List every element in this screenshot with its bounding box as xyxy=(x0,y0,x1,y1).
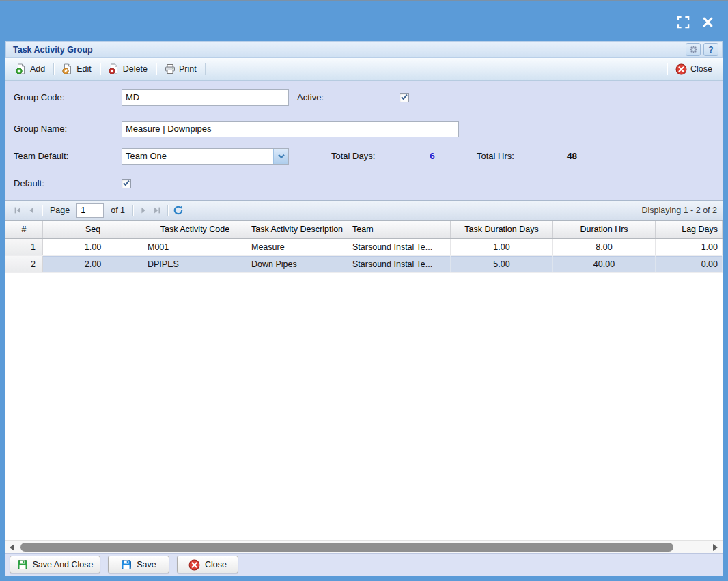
toolbar: Add Edit Delete Print xyxy=(5,58,723,81)
edit-button[interactable]: Edit xyxy=(57,61,96,77)
toolbar-close-button[interactable]: Close xyxy=(671,61,717,78)
paging-separator xyxy=(167,205,168,216)
cell-seq: 1.00 xyxy=(43,239,143,255)
cell-rownum: 1 xyxy=(5,239,43,255)
table-row[interactable]: 22.00DPIPESDown PipesStarsound Instal Te… xyxy=(5,256,723,273)
print-label: Print xyxy=(179,64,197,74)
toolbar-separator xyxy=(667,63,667,75)
group-name-field[interactable]: Measure | Downpipes xyxy=(122,121,459,137)
edit-label: Edit xyxy=(76,64,92,74)
footer-close-button[interactable]: Close xyxy=(177,556,238,573)
close-icon xyxy=(702,16,714,28)
toolbar-separator xyxy=(156,63,156,75)
delete-label: Delete xyxy=(123,64,148,74)
next-page-button[interactable] xyxy=(137,203,150,217)
column-header-seq[interactable]: Seq xyxy=(43,221,143,238)
refresh-icon xyxy=(173,205,184,216)
team-default-combobox[interactable]: Team One xyxy=(122,148,289,165)
cell-task-duration-days: 5.00 xyxy=(451,256,553,272)
cell-lag-days: 0.00 xyxy=(656,256,723,272)
grid-rows: 11.00M001MeasureStarsound Instal Te...1.… xyxy=(5,239,723,273)
scroll-left-arrow[interactable] xyxy=(10,544,14,551)
save-label: Save xyxy=(137,560,156,569)
last-page-icon xyxy=(152,206,162,215)
column-header-team[interactable]: Team xyxy=(348,221,451,238)
last-page-button[interactable] xyxy=(150,203,164,217)
footer-toolbar: Save And Close Save Close xyxy=(5,553,723,576)
paging-separator xyxy=(42,205,42,216)
maximize-button[interactable] xyxy=(676,15,690,29)
toolbar-separator xyxy=(100,63,100,75)
print-button[interactable]: Print xyxy=(160,61,201,77)
settings-button[interactable] xyxy=(686,43,701,56)
cell-team: Starsound Instal Te... xyxy=(348,239,451,255)
scrollbar-thumb[interactable] xyxy=(20,543,673,552)
total-hrs-value: 48 xyxy=(567,148,577,165)
print-icon xyxy=(165,63,176,74)
window-close-button[interactable] xyxy=(701,15,714,29)
paging-toolbar: Page of 1 Displaying 1 - 2 of 2 xyxy=(5,200,723,221)
chevron-down-icon xyxy=(278,154,285,159)
group-code-label: Group Code: xyxy=(14,89,64,106)
check-icon xyxy=(400,93,408,101)
column-header-task-activity-description[interactable]: Task Activity Description xyxy=(247,221,348,238)
gear-icon xyxy=(689,45,698,54)
first-page-icon xyxy=(13,206,23,215)
page-title: Task Activity Group xyxy=(13,45,93,55)
edit-icon xyxy=(62,63,73,74)
cell-lag-days: 1.00 xyxy=(656,239,723,255)
save-green-icon xyxy=(17,559,28,570)
maximize-icon xyxy=(677,16,690,29)
form-panel: Group Code: MD Active: Group Name: Measu… xyxy=(5,81,723,200)
header-tools: ? xyxy=(686,43,718,56)
add-button[interactable]: Add xyxy=(11,61,50,77)
group-code-field[interactable]: MD xyxy=(122,89,289,106)
save-button[interactable]: Save xyxy=(108,556,169,573)
column-header-duration-hrs[interactable]: Duration Hrs xyxy=(553,221,656,238)
add-label: Add xyxy=(30,64,45,74)
next-page-icon xyxy=(139,206,148,215)
help-button[interactable]: ? xyxy=(703,43,718,56)
cell-team: Starsound Instal Te... xyxy=(348,256,451,272)
page-label: Page xyxy=(50,206,70,215)
save-and-close-button[interactable]: Save And Close xyxy=(10,556,100,573)
cell-task-activity-code: M001 xyxy=(143,239,247,255)
combo-trigger-button[interactable] xyxy=(273,149,288,164)
page-input[interactable] xyxy=(76,203,104,218)
grid-header: #SeqTask Activity CodeTask Activity Desc… xyxy=(5,221,723,239)
total-hrs-label: Total Hrs: xyxy=(477,148,514,165)
cell-task-activity-description: Measure xyxy=(247,239,348,255)
toolbar-close-label: Close xyxy=(690,64,712,74)
column-header-lag-days[interactable]: Lag Days xyxy=(656,221,723,238)
footer-close-label: Close xyxy=(205,560,227,569)
displaying-status: Displaying 1 - 2 of 2 xyxy=(642,206,717,215)
toolbar-separator xyxy=(205,63,206,75)
save-and-close-label: Save And Close xyxy=(33,560,94,569)
column-header-rownum[interactable]: # xyxy=(5,221,43,238)
total-days-label: Total Days: xyxy=(331,148,375,165)
check-icon xyxy=(122,179,130,187)
delete-button[interactable]: Delete xyxy=(104,61,152,77)
refresh-button[interactable] xyxy=(171,203,185,217)
cell-task-activity-description: Down Pipes xyxy=(247,256,348,272)
page-of-label: of 1 xyxy=(111,206,125,215)
team-default-label: Team Default: xyxy=(14,148,68,165)
default-label: Default: xyxy=(14,175,44,192)
delete-icon xyxy=(109,63,120,74)
active-checkbox[interactable] xyxy=(400,93,409,102)
prev-page-icon xyxy=(27,206,36,215)
close-circle-icon xyxy=(188,559,200,571)
prev-page-button[interactable] xyxy=(25,203,38,217)
scroll-right-arrow[interactable] xyxy=(713,544,718,551)
paging-separator xyxy=(132,205,133,216)
active-label: Active: xyxy=(297,89,324,106)
cell-seq: 2.00 xyxy=(43,256,143,272)
task-activity-group-window: Task Activity Group ? Add xyxy=(5,41,723,576)
first-page-button[interactable] xyxy=(11,203,25,217)
column-header-task-activity-code[interactable]: Task Activity Code xyxy=(143,221,247,238)
grid-body xyxy=(5,273,723,540)
total-days-value: 6 xyxy=(419,148,446,165)
default-checkbox[interactable] xyxy=(122,179,131,188)
table-row[interactable]: 11.00M001MeasureStarsound Instal Te...1.… xyxy=(5,239,723,256)
column-header-task-duration-days[interactable]: Task Duration Days xyxy=(451,221,553,238)
